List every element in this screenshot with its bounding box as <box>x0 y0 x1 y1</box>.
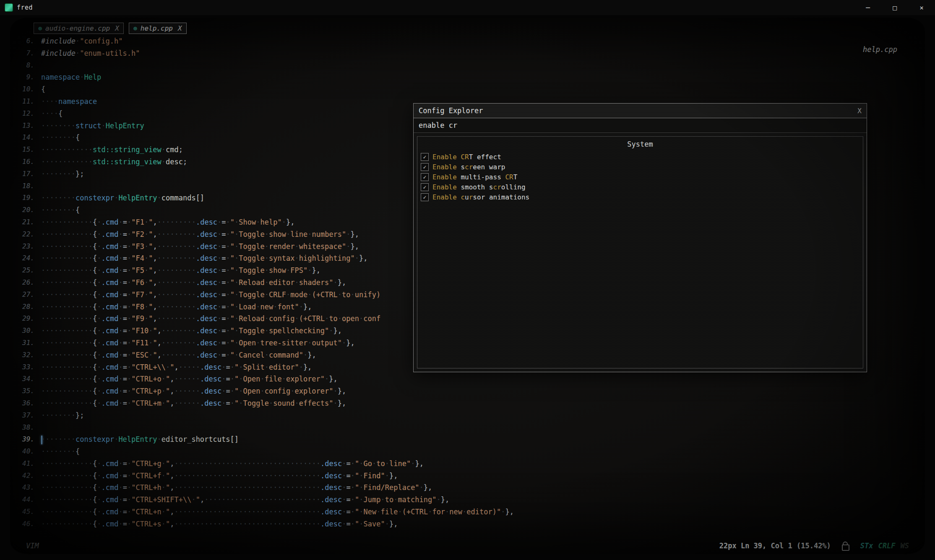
tab-close-icon[interactable]: X <box>178 24 182 32</box>
whitespace-dot: · <box>303 483 307 492</box>
whitespace-dot: · <box>161 290 166 299</box>
code-line[interactable]: 45.············{·.cmd·=·"CTRL+n·",······… <box>13 506 925 518</box>
code-line[interactable]: 8. <box>13 60 925 72</box>
config-option[interactable]: ✓Enable smooth scrolling <box>421 182 859 192</box>
checkbox-checked-icon[interactable]: ✓ <box>421 183 429 191</box>
line-number: 22. <box>13 228 41 241</box>
whitespace-dot: · <box>54 339 58 347</box>
code-line[interactable]: 7.#include·"enum-utils.h" <box>13 47 925 60</box>
whitespace-dot: · <box>221 520 226 528</box>
minimize-button[interactable]: ─ <box>854 0 881 15</box>
line-content: ············{·.cmd·=·"CTRL+\\·",·····.de… <box>41 361 312 373</box>
whitespace-dot: · <box>127 327 131 335</box>
code-line[interactable]: 38. <box>13 422 925 434</box>
tab-close-icon[interactable]: X <box>115 24 119 32</box>
code-line[interactable]: 44.············{·.cmd·=·"CTRL+SHIFT+\\·"… <box>13 494 925 506</box>
whitespace-dot: · <box>50 242 54 251</box>
whitespace-dot: · <box>166 266 170 275</box>
whitespace-dot: · <box>174 472 179 480</box>
whitespace-dot: · <box>333 278 338 287</box>
whitespace-dot: · <box>71 254 76 262</box>
whitespace-dot: · <box>256 459 260 468</box>
whitespace-dot: · <box>286 290 290 299</box>
config-search-input[interactable]: enable cr <box>414 118 867 133</box>
maximize-button[interactable]: □ <box>881 0 908 15</box>
tab-audio-engine-cpp[interactable]: ⊕audio-engine.cppX <box>34 23 124 34</box>
whitespace-dot: · <box>54 351 58 359</box>
line-number: 7. <box>13 47 41 60</box>
whitespace-dot: · <box>41 483 45 492</box>
whitespace-dot: · <box>71 218 76 226</box>
whitespace-dot: · <box>226 290 230 299</box>
whitespace-dot: · <box>84 508 89 516</box>
code-line[interactable]: 9.namespace·Help <box>13 71 925 83</box>
whitespace-dot: · <box>221 363 226 371</box>
checkbox-checked-icon[interactable]: ✓ <box>421 153 429 161</box>
whitespace-dot: · <box>252 459 256 468</box>
whitespace-dot: · <box>71 266 76 275</box>
code-line[interactable]: 6.#include·"config.h" <box>13 35 925 47</box>
whitespace-dot: · <box>127 375 131 383</box>
whitespace-dot: · <box>161 483 166 492</box>
config-option[interactable]: ✓Enable multi-pass CRT <box>421 172 859 182</box>
whitespace-dot: · <box>265 290 269 299</box>
code-line[interactable]: 43.············{·.cmd·=·"CTRL+h·",······… <box>13 482 925 494</box>
whitespace-dot: · <box>89 339 93 347</box>
whitespace-dot: · <box>89 266 93 275</box>
code-line[interactable]: 46.············{·.cmd·=·"CTRL+s·",······… <box>13 518 925 530</box>
whitespace-dot: · <box>385 520 389 528</box>
whitespace-dot: · <box>226 218 230 226</box>
whitespace-dot: · <box>54 327 58 335</box>
whitespace-dot: · <box>269 399 273 407</box>
whitespace-dot: · <box>174 314 179 323</box>
config-option[interactable]: ✓Enable cursor animations <box>421 192 859 202</box>
whitespace-dot: · <box>166 303 170 311</box>
whitespace-dot: · <box>213 508 217 516</box>
whitespace-dot: · <box>230 375 234 383</box>
config-option[interactable]: ✓Enable screen warp <box>421 162 859 172</box>
checkbox-checked-icon[interactable]: ✓ <box>421 173 429 181</box>
whitespace-dot: · <box>359 314 363 323</box>
code-line[interactable]: 36.············{·.cmd·=·"CTRL+m·",······… <box>13 397 925 410</box>
line-content: ············{·.cmd·=·"CTRL+p·",······.de… <box>41 385 346 397</box>
code-line[interactable]: 42.············{·.cmd·=·"CTRL+f·",······… <box>13 470 925 482</box>
config-option[interactable]: ✓Enable CRT effect <box>421 152 859 162</box>
whitespace-dot: · <box>299 303 303 311</box>
whitespace-dot: · <box>71 339 76 347</box>
code-line[interactable]: 34.············{·.cmd·=·"CTRL+o·",······… <box>13 373 925 385</box>
whitespace-dot: · <box>170 254 174 262</box>
whitespace-dot: · <box>50 375 54 383</box>
whitespace-dot: · <box>183 314 187 323</box>
whitespace-dot: · <box>196 459 200 468</box>
whitespace-dot: · <box>234 314 239 323</box>
code-line[interactable]: 10.{ <box>13 83 925 96</box>
whitespace-dot: · <box>50 230 54 239</box>
whitespace-dot: · <box>67 290 71 299</box>
whitespace-dot: · <box>45 399 49 407</box>
code-line[interactable]: 39.········constexpr·HelpEntry·editor_sh… <box>13 433 925 446</box>
close-button[interactable]: × <box>908 0 935 15</box>
whitespace-dot: · <box>234 472 239 480</box>
whitespace-dot: · <box>80 363 84 371</box>
code-line[interactable]: 35.············{·.cmd·=·"CTRL+p·",······… <box>13 385 925 397</box>
line-content: ············{·.cmd·=·"F11·",········.des… <box>41 337 355 349</box>
whitespace-dot: · <box>157 254 161 262</box>
code-line[interactable]: 37.········}; <box>13 410 925 422</box>
popup-titlebar[interactable]: Config Explorer X <box>414 104 867 118</box>
whitespace-dot: · <box>71 508 76 516</box>
code-line[interactable]: 40.········{ <box>13 446 925 458</box>
line-content: ········struct·HelpEntry <box>41 120 144 132</box>
code-line[interactable]: 41.············{·.cmd·=·"CTRL+g·",······… <box>13 458 925 470</box>
line-number: 36. <box>13 397 41 410</box>
tab-help-cpp[interactable]: ⊕help.cppX <box>129 23 187 34</box>
status-right-cluster: 22px Ln 39, Col 1 (15.42%) STxCRLFWS <box>719 541 909 551</box>
whitespace-dot: · <box>174 266 179 275</box>
popup-close-icon[interactable]: X <box>857 107 862 115</box>
checkbox-checked-icon[interactable]: ✓ <box>421 163 429 171</box>
checkbox-checked-icon[interactable]: ✓ <box>421 193 429 201</box>
whitespace-dot: · <box>213 520 217 528</box>
whitespace-dot: · <box>63 218 67 226</box>
whitespace-dot: · <box>346 230 350 239</box>
whitespace-dot: · <box>54 158 58 166</box>
whitespace-dot: · <box>179 327 183 335</box>
